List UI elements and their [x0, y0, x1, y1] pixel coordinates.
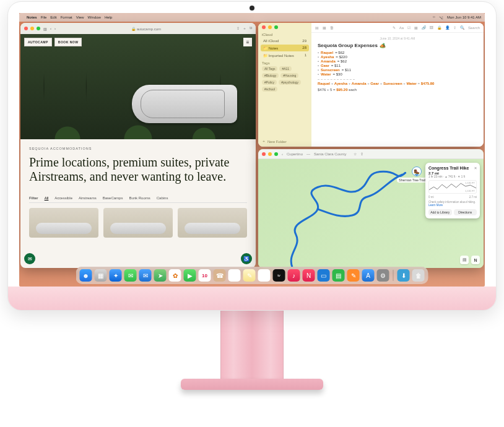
menu-format[interactable]: Format: [61, 15, 72, 19]
control-center-icon[interactable]: ⌥: [439, 15, 443, 20]
note-body[interactable]: June 10, 2024 at 9:41 AM Sequoia Group E…: [311, 33, 484, 95]
listing-card[interactable]: [178, 208, 247, 238]
maps-loc[interactable]: Cupertino: [287, 152, 303, 156]
chat-fab[interactable]: ✉: [24, 253, 35, 264]
share-icon[interactable]: ⇪: [237, 26, 240, 32]
sidebar-row-notes[interactable]: 📁 Notes28: [261, 45, 309, 51]
map-pin[interactable]: 🥾: [412, 166, 422, 176]
dock-pages-icon[interactable]: ✎: [347, 269, 360, 282]
dock-keynote-icon[interactable]: ▭: [318, 269, 330, 282]
sidebar-icon[interactable]: ▥: [43, 27, 47, 31]
address-bar[interactable]: 🔒 autocamp.com: [59, 27, 233, 31]
close-icon[interactable]: [262, 152, 266, 156]
menu-file[interactable]: File: [41, 15, 47, 19]
format-icon[interactable]: Aa: [399, 26, 404, 30]
back-icon[interactable]: ‹: [282, 152, 283, 156]
dock-calendar-icon[interactable]: 10: [199, 269, 211, 282]
book-now-button[interactable]: BOOK NOW: [54, 38, 82, 46]
dock-messages-icon[interactable]: ✉: [124, 269, 137, 282]
filter-basecamps[interactable]: BaseCamps: [103, 196, 123, 200]
checklist-icon[interactable]: ☑: [407, 25, 411, 30]
map-mode-button[interactable]: ▤: [460, 256, 469, 264]
window-controls[interactable]: [262, 152, 278, 156]
compass-button[interactable]: N: [471, 256, 480, 264]
new-folder-button[interactable]: ＋ New Folder: [258, 136, 311, 147]
menubar-clock[interactable]: Mon Jun 10 9:41 AM: [447, 15, 481, 19]
menu-view[interactable]: View: [76, 15, 84, 19]
table-icon[interactable]: ▦: [414, 25, 418, 30]
dock-reminders-icon[interactable]: ☑: [228, 269, 241, 282]
dock-photos-icon[interactable]: ✿: [169, 269, 181, 282]
tag-all[interactable]: All Tags: [262, 66, 277, 71]
tag-item[interactable]: #Policy: [262, 80, 277, 85]
wifi-icon[interactable]: ⌔: [433, 15, 435, 19]
menu-edit[interactable]: Edit: [50, 15, 56, 19]
tag-item[interactable]: #Biology: [262, 73, 279, 78]
close-icon[interactable]: [262, 25, 266, 29]
dock-freeform-icon[interactable]: 〰: [258, 269, 271, 282]
directions-button[interactable]: Directions: [454, 209, 477, 215]
dock-launchpad-icon[interactable]: ▦: [95, 269, 107, 282]
dock-tv-icon[interactable]: tv: [273, 269, 285, 282]
maps-dest[interactable]: Santa Clara County: [314, 152, 346, 156]
dock-appstore-icon[interactable]: A: [362, 269, 375, 282]
delete-icon[interactable]: 🗑: [330, 26, 334, 30]
menu-window[interactable]: Window: [88, 15, 101, 19]
dock-trash-icon[interactable]: 🗑: [412, 269, 425, 282]
lock-icon[interactable]: 🔒: [437, 25, 441, 30]
accessibility-fab[interactable]: ♿: [241, 253, 252, 264]
new-tab-icon[interactable]: ＋: [243, 26, 246, 32]
learn-more-link[interactable]: Learn More: [428, 204, 443, 207]
filter-cabins[interactable]: Cabins: [157, 196, 168, 200]
close-icon[interactable]: [24, 27, 28, 30]
forward-icon[interactable]: ›: [54, 27, 56, 30]
share-icon[interactable]: ⇪: [360, 152, 363, 156]
tag-item[interactable]: #psychology: [279, 80, 301, 85]
dock-safari-icon[interactable]: ✦: [110, 269, 122, 282]
zoom-icon[interactable]: [274, 152, 278, 156]
search-input[interactable]: Search: [468, 26, 480, 30]
tag-item[interactable]: #school: [262, 87, 277, 92]
minimize-icon[interactable]: [30, 27, 34, 30]
filter-accessible[interactable]: Accessible: [54, 196, 72, 200]
dock-contacts-icon[interactable]: ☎: [214, 269, 226, 282]
dock-numbers-icon[interactable]: ▤: [332, 269, 345, 282]
minimize-icon[interactable]: [268, 25, 272, 29]
back-icon[interactable]: ‹: [50, 27, 51, 30]
map-canvas[interactable]: 🥾 Sherman Tree Trailhead Congress Trail …: [258, 159, 484, 268]
dock-notes-icon[interactable]: ✎: [243, 269, 256, 282]
minimize-icon[interactable]: [268, 152, 272, 156]
filter-all[interactable]: All: [45, 196, 49, 200]
dock-finder-icon[interactable]: ☻: [80, 269, 92, 282]
dock-facetime-icon[interactable]: ▶: [184, 269, 196, 282]
zoom-icon[interactable]: [274, 25, 278, 29]
sidebar-row-imported[interactable]: 📁 Imported Notes1: [258, 52, 311, 59]
sidebar-row-all-icloud[interactable]: All iCloud29: [258, 38, 311, 44]
collab-icon[interactable]: 👤: [445, 25, 450, 30]
site-menu-button[interactable]: ≡: [243, 38, 252, 46]
zoom-icon[interactable]: [37, 27, 40, 30]
dock-maps-icon[interactable]: ➤: [154, 269, 167, 282]
gallery-view-icon[interactable]: ▦: [323, 25, 326, 30]
filter-airstreams[interactable]: Airstreams: [79, 196, 97, 200]
bookmark-icon[interactable]: ☆: [354, 152, 357, 156]
dock-music-icon[interactable]: ♪: [288, 269, 300, 282]
dock-settings-icon[interactable]: ⚙: [377, 269, 389, 282]
link-icon[interactable]: 🔗: [422, 25, 426, 30]
list-view-icon[interactable]: ▤: [315, 25, 319, 30]
filter-bunkrooms[interactable]: Bunk Rooms: [129, 196, 150, 200]
dock-news-icon[interactable]: N: [303, 269, 315, 282]
add-to-library-button[interactable]: Add to Library: [428, 209, 452, 215]
dock-mail-icon[interactable]: ✉: [139, 269, 152, 282]
dock-downloads-icon[interactable]: ⬇: [398, 269, 410, 282]
share-icon[interactable]: ⇪: [453, 25, 456, 30]
window-controls[interactable]: [258, 23, 311, 32]
card-close-icon[interactable]: ×: [474, 166, 477, 170]
menubar-app-name[interactable]: Notes: [27, 15, 37, 19]
compose-icon[interactable]: ✎: [393, 25, 396, 30]
menu-help[interactable]: Help: [105, 15, 112, 19]
listing-card[interactable]: [103, 208, 173, 238]
search-icon[interactable]: 🔍: [460, 25, 464, 30]
media-icon[interactable]: 🖼: [430, 26, 433, 30]
window-controls[interactable]: [24, 27, 40, 30]
